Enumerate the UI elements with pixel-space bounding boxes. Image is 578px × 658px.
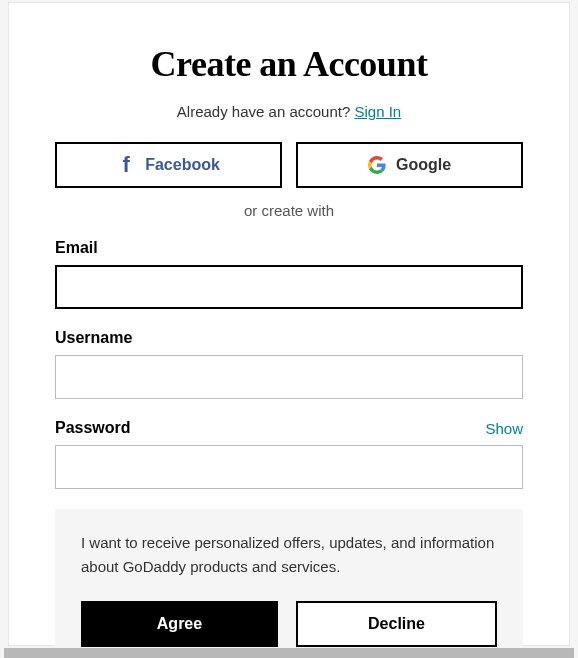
consent-box: I want to receive personalized offers, u… [55,509,523,658]
consent-text: I want to receive personalized offers, u… [81,531,497,579]
sign-in-link[interactable]: Sign In [354,103,401,120]
agree-button[interactable]: Agree [81,601,278,647]
page-title: Create an Account [55,43,523,85]
facebook-button[interactable]: f Facebook [55,142,282,188]
or-create-with-text: or create with [55,202,523,219]
google-icon [368,156,386,174]
facebook-label: Facebook [145,156,220,174]
facebook-icon: f [117,156,135,174]
email-label: Email [55,239,98,257]
already-text: Already have an account? [177,103,355,120]
password-label: Password [55,419,131,437]
username-label: Username [55,329,132,347]
consent-buttons-row: Agree Decline [81,601,497,647]
username-input[interactable] [55,355,523,399]
google-label: Google [396,156,451,174]
google-button[interactable]: Google [296,142,523,188]
social-buttons-row: f Facebook Google [55,142,523,188]
username-field-block: Username [55,329,523,399]
signup-card: Create an Account Already have an accoun… [8,2,570,646]
already-have-account: Already have an account? Sign In [55,103,523,120]
bottom-scrollbar[interactable] [4,648,574,658]
show-password-link[interactable]: Show [485,420,523,437]
password-input[interactable] [55,445,523,489]
decline-button[interactable]: Decline [296,601,497,647]
password-field-block: Password Show [55,419,523,489]
email-input[interactable] [55,265,523,309]
email-field-block: Email [55,239,523,309]
